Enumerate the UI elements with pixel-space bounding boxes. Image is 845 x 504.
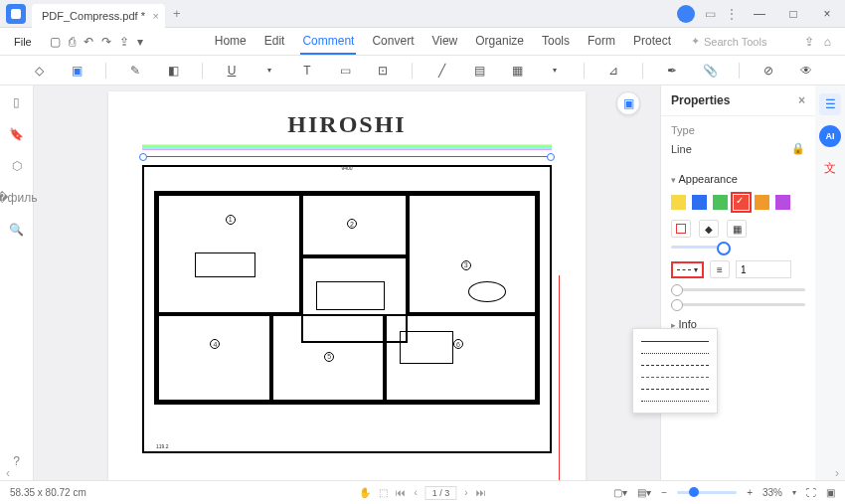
tab-edit[interactable]: Edit [262,29,287,55]
callout-icon[interactable]: ⊡ [374,62,392,80]
zoom-out-icon[interactable]: − [661,487,667,498]
thickness-slider-1[interactable] [671,288,805,291]
home-icon[interactable]: ⌂ [824,35,831,49]
line-annotation[interactable] [142,156,552,157]
measure-icon[interactable]: ⊿ [604,62,622,80]
view-mode-icon[interactable]: ▤▾ [637,487,651,498]
text-icon[interactable]: T [298,62,316,80]
attachments-icon[interactable]: �филь [0,191,37,205]
tab-view[interactable]: View [429,29,459,55]
zoom-value[interactable]: 33% [762,487,782,498]
swatch-red[interactable] [734,195,749,210]
canvas-area[interactable]: ▣ HIROSHI 9400 1 2 [34,85,660,480]
tab-organize[interactable]: Organize [473,29,526,55]
swatch-orange[interactable] [755,195,769,210]
swatch-blue[interactable] [692,195,707,210]
first-page-icon[interactable]: ⏮ [396,487,406,498]
fullscreen-icon[interactable]: ⛶ [806,487,816,498]
tab-convert[interactable]: Convert [370,29,416,55]
open-icon[interactable]: ▢ [50,35,61,49]
tab-home[interactable]: Home [213,29,249,55]
room-5: 5 [324,352,334,362]
file-menu[interactable]: File [6,34,40,50]
select-tool-icon[interactable]: ⬚ [379,487,388,498]
scroll-left-icon[interactable]: ‹ [6,466,10,480]
swatch-yellow[interactable] [671,195,686,210]
stamp-icon[interactable]: ▦ [508,62,526,80]
highlight-icon[interactable]: ◇ [30,62,48,80]
last-page-icon[interactable]: ⏭ [476,487,486,498]
horizontal-scrollbar[interactable]: ‹ › [0,466,845,480]
swatch-green[interactable] [713,195,728,210]
fill-color-button[interactable]: ◆ [699,220,719,238]
dash-dotted[interactable] [641,347,709,359]
share-icon[interactable]: ⇪ [804,35,814,49]
search-icon[interactable]: 🔍 [9,223,24,237]
hide-comments-icon[interactable]: ⊘ [760,62,777,80]
underline-more-icon[interactable]: ▾ [260,62,278,80]
show-comments-icon[interactable]: 👁 [797,62,815,80]
zoom-in-icon[interactable]: + [747,487,753,498]
fit-page-icon[interactable]: ▢▾ [613,487,627,498]
dash-long[interactable] [641,383,709,395]
thumbnails-icon[interactable]: ▯ [13,95,20,109]
swatch-purple[interactable] [775,195,790,210]
area-highlight-icon[interactable]: ▣ [68,62,85,80]
more-icon[interactable]: ⋮ [726,7,738,21]
read-mode-icon[interactable]: ▣ [826,487,835,498]
undo-icon[interactable]: ↶ [84,35,93,49]
page-current[interactable]: 1 [432,488,437,498]
eraser-icon[interactable]: ◧ [164,62,182,80]
line-thickness-icon[interactable]: ≡ [710,260,730,278]
new-tab-button[interactable]: + [173,6,181,21]
window-maximize-button[interactable]: □ [781,3,805,25]
print-icon[interactable]: ⎙ [69,35,76,49]
prev-page-icon[interactable]: ‹ [414,487,417,498]
underline-icon[interactable]: U [223,62,241,80]
user-avatar[interactable] [677,5,695,23]
tab-form[interactable]: Form [586,29,617,55]
thickness-input[interactable] [736,260,791,278]
properties-close-button[interactable]: × [798,93,805,107]
shield-icon[interactable]: ⬡ [12,159,22,173]
qat-more-icon[interactable]: ▾ [137,35,143,49]
stroke-color-button[interactable] [671,220,691,238]
dash-dashdot[interactable] [641,371,709,383]
tab-close-button[interactable]: × [153,10,159,22]
tab-comment[interactable]: Comment [300,29,356,55]
bookmarks-icon[interactable]: 🔖 [9,127,24,141]
appearance-section[interactable]: Appearance [661,167,815,191]
attachment-icon[interactable]: 📎 [701,62,719,80]
pencil-icon[interactable]: ✎ [126,62,144,80]
line-style-button[interactable]: ▾ [671,261,704,278]
dash-dashed[interactable] [641,359,709,371]
translate-rail-icon[interactable]: 文 [819,157,841,179]
thickness-slider-2[interactable] [671,303,805,306]
opacity-button[interactable]: ▦ [727,220,747,238]
tab-tools[interactable]: Tools [540,29,572,55]
collapse-ribbon-icon[interactable]: ▭ [705,7,716,21]
signature-icon[interactable]: ✒ [663,62,681,80]
note-icon[interactable]: ▤ [470,62,488,80]
document-tab[interactable]: PDF_Compress.pdf * × [32,4,165,28]
tab-protect[interactable]: Protect [631,29,673,55]
opacity-slider[interactable] [671,246,731,249]
textbox-icon[interactable]: ▭ [336,62,354,80]
next-page-icon[interactable]: › [464,487,467,498]
properties-rail-icon[interactable]: ☰ [819,93,841,115]
ai-float-button[interactable]: ▣ [616,91,640,115]
dash-longdot[interactable] [641,395,709,407]
lock-icon[interactable]: 🔒 [791,142,805,155]
zoom-slider[interactable] [677,491,737,494]
window-minimize-button[interactable]: — [748,3,771,25]
window-close-button[interactable]: × [815,3,839,25]
search-tools[interactable]: ✦ Search Tools [691,35,766,48]
redo-icon[interactable]: ↷ [101,35,111,49]
line-icon[interactable]: ╱ [432,62,450,80]
hand-tool-icon[interactable]: ✋ [359,487,371,498]
dash-solid[interactable] [641,335,709,347]
save-icon[interactable]: ⇪ [119,35,129,49]
scroll-right-icon[interactable]: › [835,466,839,480]
ai-rail-icon[interactable]: AI [819,125,841,147]
stamp-more-icon[interactable]: ▾ [546,62,564,80]
